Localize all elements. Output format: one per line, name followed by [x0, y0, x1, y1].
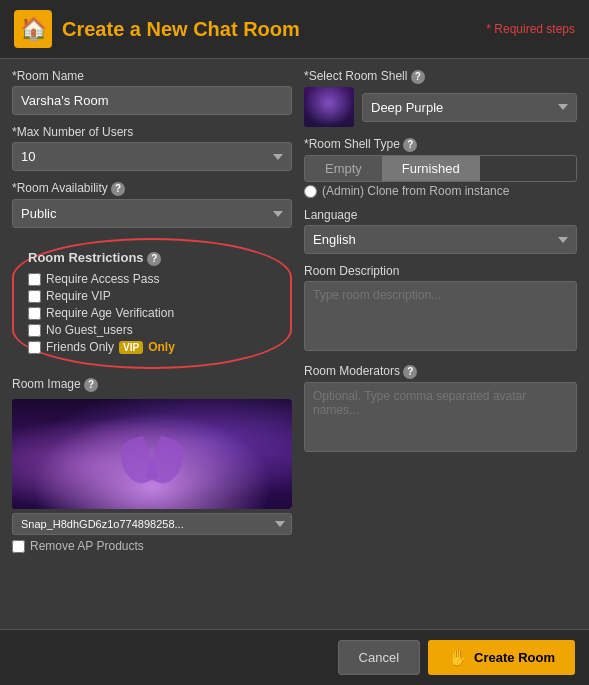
create-room-icon: ✋ [448, 648, 468, 667]
create-room-dialog: 🏠 Create a New Chat Room * Required step… [0, 0, 589, 685]
restriction-friends-only: Friends Only VIP Only [28, 340, 276, 354]
max-users-label: *Max Number of Users [12, 125, 292, 139]
select-room-shell-section: *Select Room Shell ? Deep Purple Classic… [304, 69, 577, 127]
create-room-label: Create Room [474, 650, 555, 665]
restriction-access-pass: Require Access Pass [28, 272, 276, 286]
age-verify-checkbox[interactable] [28, 307, 41, 320]
butterfly-decoration [112, 439, 192, 499]
room-moderators-textarea[interactable] [304, 382, 577, 452]
room-shell-type-section: *Room Shell Type ? Empty Furnished (Admi… [304, 137, 577, 198]
restriction-no-guest: No Guest_users [28, 323, 276, 337]
shell-thumbnail [304, 87, 354, 127]
max-users-section: *Max Number of Users 10 20 50 [12, 125, 292, 171]
image-filename-select[interactable]: Snap_H8dhGD6z1o774898258... [12, 513, 292, 535]
cancel-button[interactable]: Cancel [338, 640, 420, 675]
room-image-preview [12, 399, 292, 509]
shell-type-toggle: Empty Furnished [304, 155, 577, 182]
room-image-section: Room Image ? Snap_H8dhGD6z1o774898258...… [12, 377, 292, 619]
clone-row: (Admin) Clone from Room instance [304, 184, 577, 198]
remove-ap-checkbox[interactable] [12, 540, 25, 553]
shell-row: Deep Purple Classic Modern [304, 87, 577, 127]
room-name-input[interactable] [12, 86, 292, 115]
room-shell-type-label: *Room Shell Type ? [304, 137, 577, 152]
clone-label: (Admin) Clone from Room instance [322, 184, 509, 198]
age-verify-label: Require Age Verification [46, 306, 174, 320]
left-column: *Room Name *Max Number of Users 10 20 50… [12, 69, 292, 619]
room-shell-select[interactable]: Deep Purple Classic Modern [362, 93, 577, 122]
language-section: Language English Spanish French German [304, 208, 577, 254]
room-moderators-help-icon[interactable]: ? [403, 365, 417, 379]
select-room-shell-help-icon[interactable]: ? [411, 70, 425, 84]
vip-checkbox[interactable] [28, 290, 41, 303]
image-preview-background [12, 399, 292, 509]
access-pass-label: Require Access Pass [46, 272, 159, 286]
shell-thumb-bg [304, 87, 354, 127]
image-filename-row: Snap_H8dhGD6z1o774898258... [12, 513, 292, 535]
dialog-footer: Cancel ✋ Create Room [0, 629, 589, 685]
room-shell-type-help-icon[interactable]: ? [403, 138, 417, 152]
furnished-type-button[interactable]: Furnished [382, 156, 480, 181]
remove-ap-row: Remove AP Products [12, 539, 292, 553]
restriction-vip: Require VIP [28, 289, 276, 303]
restrictions-help-icon[interactable]: ? [147, 252, 161, 266]
room-restrictions-section: Room Restrictions ? Require Access Pass … [12, 238, 292, 369]
dialog-title: Create a New Chat Room [62, 18, 300, 41]
room-name-label: *Room Name [12, 69, 292, 83]
dialog-content: *Room Name *Max Number of Users 10 20 50… [0, 59, 589, 629]
select-room-shell-label: *Select Room Shell ? [304, 69, 577, 84]
room-image-help-icon[interactable]: ? [84, 378, 98, 392]
clone-radio[interactable] [304, 185, 317, 198]
max-users-select[interactable]: 10 20 50 [12, 142, 292, 171]
friends-only-label: Friends Only [46, 340, 114, 354]
room-description-section: Room Description [304, 264, 577, 354]
room-availability-select[interactable]: Public Private Hidden [12, 199, 292, 228]
no-guest-checkbox[interactable] [28, 324, 41, 337]
restriction-age-verify: Require Age Verification [28, 306, 276, 320]
only-text: Only [148, 340, 175, 354]
room-description-textarea[interactable] [304, 281, 577, 351]
restrictions-title: Room Restrictions ? [28, 250, 276, 266]
room-availability-section: *Room Availability ? Public Private Hidd… [12, 181, 292, 228]
access-pass-checkbox[interactable] [28, 273, 41, 286]
friends-only-checkbox[interactable] [28, 341, 41, 354]
right-column: *Select Room Shell ? Deep Purple Classic… [304, 69, 577, 619]
empty-type-button[interactable]: Empty [305, 156, 382, 181]
vip-badge: VIP [119, 341, 143, 354]
title-bar: 🏠 Create a New Chat Room * Required step… [0, 0, 589, 59]
no-guest-label: No Guest_users [46, 323, 133, 337]
required-note: * Required steps [486, 22, 575, 36]
room-image-label: Room Image ? [12, 377, 292, 392]
create-room-button[interactable]: ✋ Create Room [428, 640, 575, 675]
room-moderators-section: Room Moderators ? [304, 364, 577, 455]
remove-ap-label: Remove AP Products [30, 539, 144, 553]
house-icon: 🏠 [14, 10, 52, 48]
room-availability-label: *Room Availability ? [12, 181, 292, 196]
vip-label: Require VIP [46, 289, 111, 303]
room-availability-help-icon[interactable]: ? [111, 182, 125, 196]
room-description-label: Room Description [304, 264, 577, 278]
room-name-section: *Room Name [12, 69, 292, 115]
language-select[interactable]: English Spanish French German [304, 225, 577, 254]
room-moderators-label: Room Moderators ? [304, 364, 577, 379]
language-label: Language [304, 208, 577, 222]
